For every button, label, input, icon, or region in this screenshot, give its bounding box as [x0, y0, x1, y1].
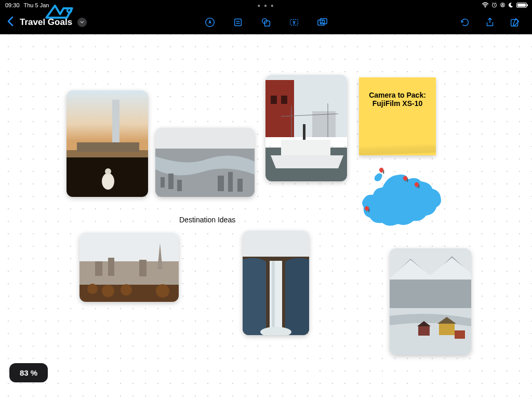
svg-rect-34 — [271, 96, 277, 104]
svg-point-14 — [322, 20, 324, 21]
svg-point-0 — [485, 6, 486, 7]
status-right — [482, 2, 527, 9]
svg-rect-29 — [228, 172, 233, 192]
photo-card-6[interactable] — [390, 248, 471, 355]
zoom-indicator[interactable]: 83 % — [9, 363, 48, 382]
svg-rect-42 — [79, 233, 179, 261]
text-tool-icon[interactable] — [288, 17, 300, 28]
photo-card-2[interactable] — [155, 128, 255, 197]
svg-rect-38 — [303, 124, 305, 140]
rotation-lock-icon — [500, 2, 506, 9]
svg-rect-55 — [272, 261, 275, 335]
image-tool-icon[interactable] — [316, 17, 328, 28]
svg-rect-37 — [281, 140, 330, 155]
svg-rect-43 — [79, 261, 179, 287]
svg-rect-28 — [218, 176, 224, 191]
battery-icon — [516, 3, 527, 8]
app-logo — [45, 1, 79, 26]
status-bar: 09:30 Thu 5 Jan ● ● ● — [0, 0, 532, 10]
wifi-icon — [482, 2, 489, 9]
sticky-note[interactable]: Camera to Pack: FujiFilm XS-10 — [359, 77, 436, 155]
multitask-dots[interactable]: ● ● ● — [257, 3, 275, 8]
destination-ideas-label[interactable]: Destination Ideas — [179, 216, 235, 224]
svg-point-21 — [102, 173, 114, 190]
status-time: 09:30 — [5, 2, 20, 8]
share-icon[interactable] — [484, 17, 496, 28]
europe-map[interactable] — [357, 167, 446, 236]
svg-rect-25 — [161, 177, 165, 188]
svg-point-49 — [102, 285, 114, 297]
svg-rect-23 — [155, 128, 255, 149]
svg-rect-52 — [243, 231, 309, 259]
svg-rect-54 — [270, 261, 282, 335]
svg-rect-26 — [168, 174, 174, 189]
svg-rect-27 — [177, 180, 182, 191]
compose-icon[interactable] — [509, 17, 521, 28]
sticky-line-2: FujiFilm XS-10 — [367, 99, 428, 108]
zoom-value: 83 % — [20, 368, 37, 377]
alarm-icon — [491, 2, 497, 9]
svg-rect-61 — [455, 330, 465, 339]
svg-rect-59 — [439, 324, 455, 335]
svg-rect-6 — [235, 19, 242, 26]
pen-tool-icon[interactable] — [204, 17, 216, 28]
note-tool-icon[interactable] — [232, 17, 244, 28]
photo-card-4[interactable] — [79, 233, 179, 302]
svg-point-22 — [105, 168, 111, 175]
undo-icon[interactable] — [459, 17, 471, 28]
svg-point-50 — [121, 284, 132, 296]
photo-card-3[interactable] — [265, 75, 347, 181]
moon-icon — [508, 2, 514, 9]
svg-point-51 — [156, 284, 169, 298]
svg-rect-45 — [95, 261, 102, 276]
svg-point-48 — [87, 284, 98, 294]
svg-rect-33 — [265, 80, 294, 137]
svg-rect-30 — [237, 179, 243, 192]
photo-card-1[interactable] — [66, 90, 148, 197]
canvas[interactable]: Camera to Pack: FujiFilm XS-10 Destinati… — [0, 34, 532, 399]
svg-rect-35 — [281, 96, 287, 104]
svg-rect-46 — [108, 258, 114, 276]
svg-rect-60 — [418, 326, 430, 336]
svg-rect-36 — [312, 111, 336, 137]
shape-tool-icon[interactable] — [260, 17, 272, 28]
back-button[interactable] — [6, 15, 15, 31]
toolbar: Travel Goals — [0, 10, 532, 34]
svg-point-4 — [68, 8, 72, 12]
sticky-line-1: Camera to Pack: — [367, 91, 428, 99]
svg-rect-20 — [77, 142, 139, 152]
svg-rect-3 — [502, 5, 503, 6]
svg-rect-47 — [139, 260, 147, 276]
photo-card-5[interactable] — [243, 231, 309, 335]
